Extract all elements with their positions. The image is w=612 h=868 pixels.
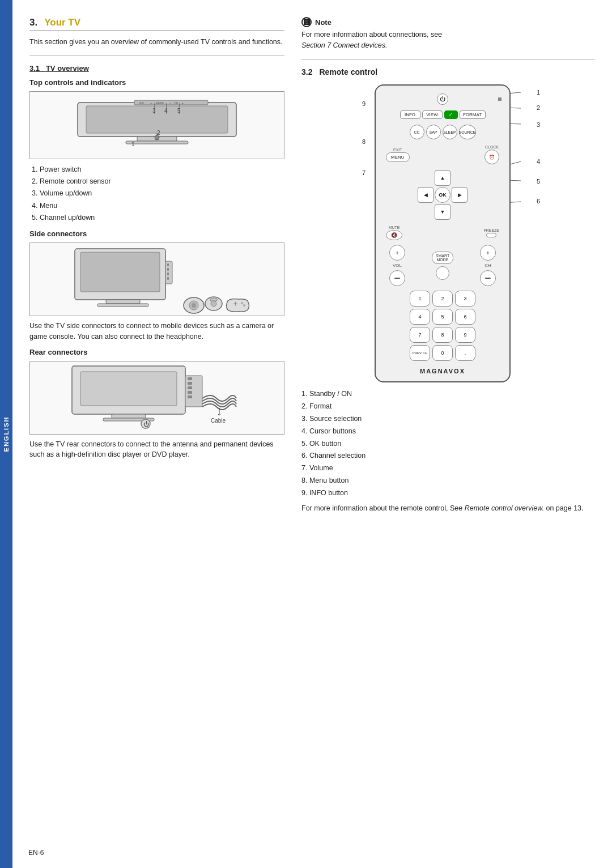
desc-item: 9. INFO button [301,487,595,500]
svg-rect-1 [86,106,228,133]
num-9-button[interactable]: 9 [455,327,475,343]
remote-vol-ch-row: + VOL SMARTMODE + CH [384,245,502,286]
dpad-left[interactable]: ◀ [418,187,434,203]
svg-rect-45 [188,377,192,380]
note-box: 🅴 Note For more information about connec… [301,17,595,51]
smart-mode-button[interactable]: SMARTMODE [432,252,453,264]
vol-down-button[interactable] [389,270,405,286]
svg-rect-46 [188,382,192,385]
svg-text:+: + [182,101,184,105]
check-button[interactable]: ✓ [444,110,458,120]
prev-ch-button[interactable]: PREV CH [410,345,430,361]
remote-label-9: 9 [362,100,366,107]
svg-text:4: 4 [164,108,168,114]
svg-rect-29 [167,277,169,280]
dot-button[interactable]: . [455,345,475,361]
list-item: 1. Power switch [29,164,284,176]
num-3-button[interactable]: 3 [455,291,475,307]
mute-button[interactable]: 🔇 [386,230,402,240]
svg-text:MENU: MENU [156,101,164,105]
dpad-up[interactable]: ▲ [435,170,450,186]
remote-power-row: ⏻ [384,93,502,105]
sap-button[interactable]: SAP [426,125,441,139]
num-1-button[interactable]: 1 [410,291,430,307]
svg-rect-24 [97,304,148,307]
right-column: 🅴 Note For more information about connec… [301,17,595,518]
source-button[interactable]: SOURCE [459,125,476,139]
svg-point-35 [211,301,216,307]
num-2-button[interactable]: 2 [432,291,453,307]
num-5-button[interactable]: 5 [432,309,453,325]
svg-rect-42 [112,414,146,418]
dpad-down[interactable]: ▼ [435,204,450,220]
remote-mute-row: MUTE 🔇 FREEZE [384,225,502,240]
svg-rect-28 [167,273,169,275]
footer-page: on page 13. [546,504,583,512]
subsection-31-heading: 3.1 TV overview [29,64,284,73]
list-item: 3. Volume up/down [29,188,284,199]
num-8-button[interactable]: 8 [432,327,453,343]
format-button[interactable]: FORMAT [460,110,486,120]
view-button[interactable]: VIEW [422,110,443,120]
num-4-button[interactable]: 4 [410,309,430,325]
remote-brand: MAGNAVOX [384,368,502,375]
svg-rect-3 [126,141,188,144]
remote-label-8: 8 [362,138,366,145]
svg-rect-23 [106,300,140,304]
svg-rect-49 [188,395,192,398]
num-0-button[interactable]: 0 [432,345,453,361]
tv-side-connectors-illustration [29,242,284,316]
cc-button[interactable]: CC [410,125,424,139]
vol-up-button[interactable]: + [389,245,405,261]
num-6-button[interactable]: 6 [455,309,475,325]
ok-button[interactable]: OK [435,187,450,203]
left-column: 3. Your TV This section gives you an ove… [29,17,284,518]
side-tab: ENGLISH [0,0,12,868]
remote-label-5: 5 [537,178,540,185]
svg-text:5: 5 [177,108,181,114]
remote-body: ⏻ INFO VIEW ✓ FORMAT CC [375,84,511,383]
clock-button[interactable]: ⏰ [484,150,499,164]
svg-point-32 [192,303,196,308]
svg-rect-26 [167,263,169,266]
desc-item: 7. Volume [301,462,595,475]
freeze-button[interactable] [486,233,496,237]
side-connectors-heading: Side connectors [29,229,284,238]
divider-1 [29,56,284,56]
desc-item: 1. Standby / ON [301,388,595,401]
svg-point-39 [243,304,245,307]
list-item: 4. Menu [29,200,284,212]
note-text: For more information about connections, … [301,29,595,51]
svg-point-19 [155,135,159,140]
power-button[interactable]: ⏻ [437,93,448,105]
svg-text:CH: CH [174,101,178,105]
remote-control-illustration: 9 8 7 1 2 3 4 5 6 [301,84,595,383]
remote-label-4: 4 [537,158,540,165]
section-3-heading: 3. Your TV [29,17,284,31]
desc-item: 5. OK button [301,438,595,450]
ch-up-button[interactable]: + [480,245,496,261]
remote-label-3: 3 [537,121,540,128]
ch-group: + CH [480,245,496,286]
center-circle-button[interactable] [436,266,449,280]
remote-description-list: 1. Standby / ON 2. Format 3. Source sele… [301,388,595,500]
section-32-title: Remote control [319,67,377,76]
top-controls-list: 1. Power switch 2. Remote control sensor… [29,164,284,224]
rear-connectors-heading: Rear connectors [29,348,284,356]
menu-button[interactable]: MENU [386,152,410,162]
ch-label: CH [484,263,491,268]
section-32-heading: 3.2 Remote control [301,67,595,79]
sleep-button[interactable]: SLEEP [443,125,457,139]
tv-rear-connectors-illustration: Cable ⏻ [29,361,284,435]
svg-text:+: + [150,101,152,105]
num-7-button[interactable]: 7 [410,327,430,343]
desc-item: 6. Channel selection [301,450,595,462]
svg-text:3: 3 [152,108,156,114]
vol-group: + VOL [389,245,405,286]
section-32-number: 3.2 [301,67,312,76]
info-button[interactable]: INFO [400,110,420,120]
dpad-right[interactable]: ▶ [452,187,468,203]
remote-cc-row: CC SAP SLEEP SOURCE [384,125,502,139]
ch-down-button[interactable] [480,270,496,286]
desc-item: 2. Format [301,401,595,413]
